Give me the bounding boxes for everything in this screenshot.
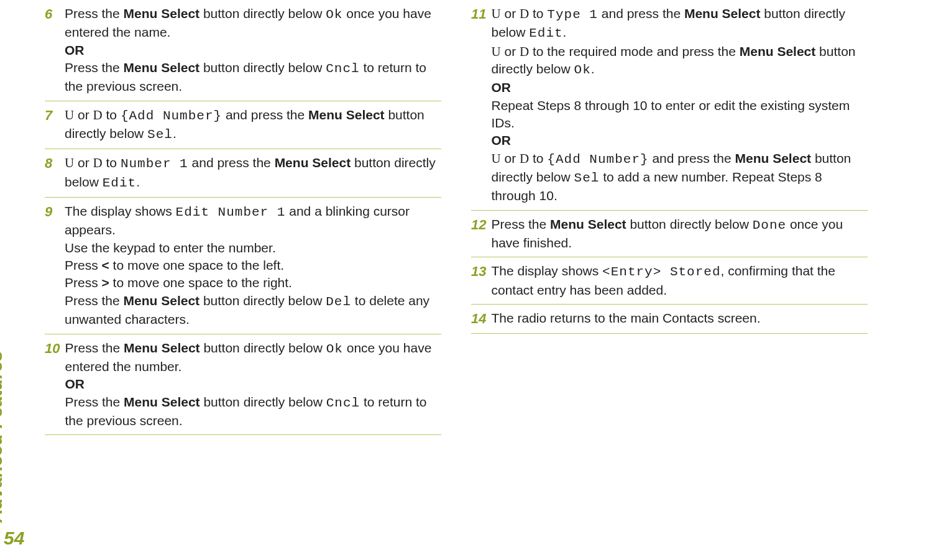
step-7: 7U or D to {Add Number} and press the Me… — [45, 106, 441, 150]
content-columns: 6Press the Menu Select button directly b… — [45, 5, 868, 523]
step-body: U or D to Number 1 and press the Menu Se… — [65, 154, 441, 192]
step-number: 8 — [45, 154, 60, 192]
step-body: Press the Menu Select button directly be… — [65, 5, 441, 96]
step-body: Press the Menu Select button directly be… — [491, 216, 868, 252]
step-12: 12Press the Menu Select button directly … — [471, 216, 868, 258]
step-body: The radio returns to the main Contacts s… — [491, 310, 868, 328]
step-body: The display shows Edit Number 1 and a bl… — [65, 203, 441, 328]
step-body: Press the Menu Select button directly be… — [65, 339, 441, 430]
step-14: 14The radio returns to the main Contacts… — [471, 310, 868, 334]
step-body: U or D to Type 1 and press the Menu Sele… — [491, 5, 868, 205]
step-number: 11 — [471, 5, 486, 205]
sidebar-tab: Advanced Features — [0, 351, 6, 523]
step-body: U or D to {Add Number} and press the Men… — [65, 106, 441, 144]
step-11: 11U or D to Type 1 and press the Menu Se… — [471, 5, 868, 211]
step-number: 13 — [471, 262, 486, 299]
step-9: 9The display shows Edit Number 1 and a b… — [45, 203, 441, 334]
step-8: 8U or D to Number 1 and press the Menu S… — [45, 154, 441, 198]
step-number: 9 — [45, 203, 60, 328]
sidebar-label: Advanced Features — [0, 351, 6, 523]
step-6: 6Press the Menu Select button directly b… — [45, 5, 441, 101]
step-number: 12 — [471, 216, 486, 252]
step-13: 13The display shows <Entry> Stored, conf… — [471, 262, 868, 305]
step-body: The display shows <Entry> Stored, confir… — [491, 262, 868, 299]
page-number: 54 — [4, 528, 24, 549]
step-number: 6 — [45, 5, 60, 96]
step-10: 10Press the Menu Select button directly … — [45, 339, 441, 436]
step-number: 10 — [45, 339, 60, 430]
step-number: 7 — [45, 106, 60, 144]
step-number: 14 — [471, 310, 486, 328]
